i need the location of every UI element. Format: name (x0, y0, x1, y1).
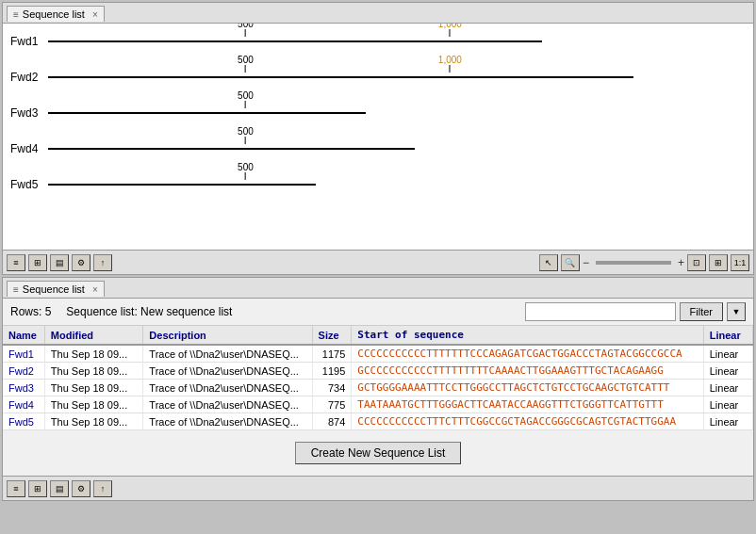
bottom-tab-bar: ≡ Sequence list × (3, 278, 753, 299)
seq-row-fwd4: Fwd4500 (3, 131, 753, 167)
cell-sequence: GCCCCCCCCCCCTTTTTTTTTCAAAACTTGGAAAGTTTGC… (352, 363, 703, 380)
sequence-viewer: Fwd15001,000Fwd25001,000Fwd3500Fwd4500Fw… (3, 24, 753, 250)
filter-input[interactable] (525, 302, 676, 321)
ruler-500-fwd1: 500 (238, 24, 254, 37)
cell-size: 775 (312, 396, 352, 413)
col-header-size[interactable]: Size (312, 326, 352, 345)
bottom-grid-btn[interactable]: ⊞ (28, 480, 47, 497)
col-header-linear[interactable]: Linear (703, 326, 752, 345)
seq-track-fwd3: 500 (48, 104, 753, 122)
cell-modified: Thu Sep 18 09... (44, 363, 142, 380)
cell-size: 874 (312, 413, 352, 430)
cell-linear: Linear (703, 396, 752, 413)
seq-row-fwd2: Fwd25001,000 (3, 59, 753, 95)
cell-sequence: CCCCCCCCCCCTTTTTTTCCCAGAGATCGACTGGACCCTA… (352, 345, 703, 363)
zoom-plus-btn[interactable]: + (678, 256, 684, 269)
top-tab-bar: ≡ Sequence list × (3, 3, 753, 24)
table-header-row: Name Modified Description Size Start of … (3, 326, 753, 345)
zoom-minus-btn[interactable]: − (583, 256, 589, 269)
bottom-tab-sequence-list[interactable]: ≡ Sequence list × (7, 281, 105, 297)
bottom-tab-close[interactable]: × (92, 284, 98, 295)
grid-view-btn[interactable]: ⊞ (28, 254, 47, 271)
cell-sequence: CCCCCCCCCCCTTTCTTTCGGCCGCTAGACCGGGCGCAGT… (352, 413, 703, 430)
table-row[interactable]: Fwd3Thu Sep 18 09...Trace of \\Dna2\user… (3, 380, 753, 396)
seq-track-fwd2: 5001,000 (48, 68, 753, 87)
top-sequence-panel: ≡ Sequence list × Fwd15001,000Fwd25001,0… (2, 2, 754, 275)
table-row[interactable]: Fwd5Thu Sep 18 09...Trace of \\Dna2\user… (3, 413, 753, 430)
ruler-500-fwd2: 500 (238, 55, 254, 73)
seq-label-fwd4: Fwd4 (10, 142, 48, 155)
seq-label-fwd1: Fwd1 (10, 35, 48, 48)
cell-description: Trace of \\Dna2\user\DNASEQ... (143, 396, 312, 413)
export-btn[interactable]: ↑ (93, 254, 112, 271)
seq-label-fwd3: Fwd3 (10, 106, 48, 120)
seq-line-fwd5 (48, 184, 316, 186)
filter-dropdown-btn[interactable]: ▼ (727, 302, 746, 321)
cell-description: Trace of \\Dna2\user\DNASEQ... (143, 380, 312, 396)
cell-linear: Linear (703, 363, 752, 380)
top-tab-label: Sequence list (23, 8, 85, 20)
cell-modified: Thu Sep 18 09... (44, 380, 142, 396)
col-header-modified[interactable]: Modified (44, 326, 142, 345)
cell-linear: Linear (703, 413, 752, 430)
seq-line-fwd3 (48, 112, 366, 114)
list-view-btn[interactable]: ≡ (7, 254, 25, 271)
ruler-500-fwd5: 500 (238, 162, 254, 180)
seq-track-fwd5: 500 (48, 175, 753, 194)
list-name-label: Sequence list: New sequence list (66, 305, 232, 318)
list-header-right: Filter ▼ (525, 302, 746, 321)
bottom-settings-btn[interactable]: ⚙ (72, 480, 90, 497)
col-header-description[interactable]: Description (143, 326, 312, 345)
cell-linear: Linear (703, 380, 752, 396)
cell-modified: Thu Sep 18 09... (44, 345, 142, 363)
list-icon-2: ≡ (13, 284, 19, 295)
lock-btn[interactable]: 1:1 (731, 254, 749, 271)
cell-sequence: TAATAAATGCTTTGGGACTTCAATACCAAGGTTTCTGGGT… (352, 396, 703, 413)
bottom-text-btn[interactable]: ▤ (50, 480, 69, 497)
cell-description: Trace of \\Dna2\user\DNASEQ... (143, 345, 312, 363)
rows-count: Rows: 5 (10, 305, 51, 318)
cell-size: 1175 (312, 345, 352, 363)
top-toolbar-right: ↖ 🔍 − + ⊡ ⊞ 1:1 (539, 254, 749, 271)
top-tab-close[interactable]: × (92, 9, 98, 20)
seq-track-fwd4: 500 (48, 139, 753, 158)
bottom-export-btn[interactable]: ↑ (93, 480, 112, 497)
cell-modified: Thu Sep 18 09... (44, 396, 142, 413)
table-row[interactable]: Fwd2Thu Sep 18 09...Trace of \\Dna2\user… (3, 363, 753, 380)
zoom-slider[interactable] (596, 261, 671, 265)
cursor-btn[interactable]: ↖ (539, 254, 558, 271)
create-sequence-list-button[interactable]: Create New Sequence List (295, 442, 462, 464)
cell-name: Fwd4 (3, 396, 44, 413)
cell-modified: Thu Sep 18 09... (44, 413, 142, 430)
ruler-1000-fwd2: 1,000 (438, 55, 462, 73)
bottom-toolbar: ≡ ⊞ ▤ ⚙ ↑ (3, 476, 753, 500)
expand-btn[interactable]: ⊞ (709, 254, 728, 271)
cell-name: Fwd2 (3, 363, 44, 380)
zoom-tool-btn[interactable]: 🔍 (561, 254, 580, 271)
top-toolbar: ≡ ⊞ ▤ ⚙ ↑ ↖ 🔍 − + ⊡ ⊞ 1:1 (3, 250, 753, 274)
seq-track-fwd1: 5001,000 (48, 32, 753, 51)
seq-label-fwd5: Fwd5 (10, 178, 48, 191)
table-row[interactable]: Fwd4Thu Sep 18 09...Trace of \\Dna2\user… (3, 396, 753, 413)
list-header: Rows: 5 Sequence list: New sequence list… (3, 299, 753, 326)
top-tab-sequence-list[interactable]: ≡ Sequence list × (7, 6, 105, 22)
sequence-table-wrapper: Name Modified Description Size Start of … (3, 326, 753, 430)
text-view-btn[interactable]: ▤ (50, 254, 69, 271)
table-row[interactable]: Fwd1Thu Sep 18 09...Trace of \\Dna2\user… (3, 345, 753, 363)
col-header-name[interactable]: Name (3, 326, 44, 345)
seq-line-fwd1 (48, 40, 542, 42)
cell-description: Trace of \\Dna2\user\DNASEQ... (143, 413, 312, 430)
fit-btn[interactable]: ⊡ (687, 254, 706, 271)
bottom-sequence-panel: ≡ Sequence list × Rows: 5 Sequence list:… (2, 277, 754, 501)
filter-button[interactable]: Filter (680, 302, 723, 321)
cell-size: 1195 (312, 363, 352, 380)
bottom-list-btn[interactable]: ≡ (7, 480, 25, 497)
col-header-sequence[interactable]: Start of sequence (352, 326, 703, 345)
cell-description: Trace of \\Dna2\user\DNASEQ... (143, 363, 312, 380)
bottom-tab-label: Sequence list (23, 283, 85, 295)
cell-size: 734 (312, 380, 352, 396)
cell-name: Fwd5 (3, 413, 44, 430)
seq-row-fwd5: Fwd5500 (3, 167, 753, 202)
settings-btn[interactable]: ⚙ (72, 254, 90, 271)
ruler-500-fwd3: 500 (238, 90, 254, 108)
